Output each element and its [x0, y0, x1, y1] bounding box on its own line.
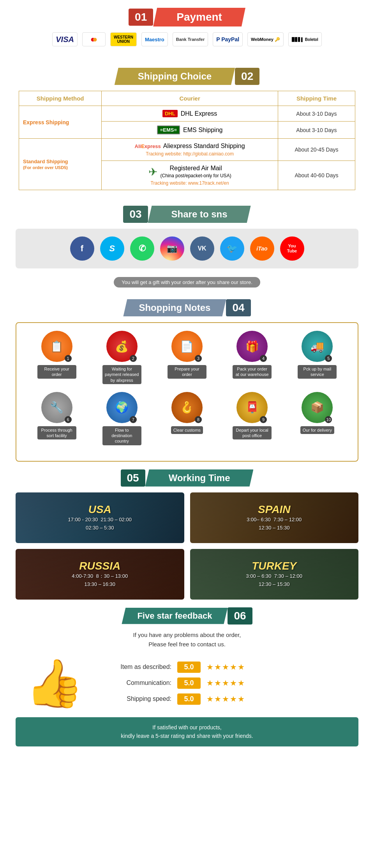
- payment-title: Payment: [153, 8, 245, 26]
- rating-row-comm: Communication: 5.0 ★ ★ ★ ★ ★: [101, 677, 358, 689]
- notes-num: 04: [226, 299, 251, 316]
- ems-name: EMS Shipping: [183, 127, 222, 134]
- section-share: 03 Share to sns f S ✆ 📷 VK 🐦 iTao YouTub…: [0, 206, 374, 291]
- table-row: Express Shipping DHL DHL Express About 3…: [19, 106, 355, 122]
- star-3: ★: [222, 678, 229, 688]
- step-6-num: 6: [65, 416, 72, 423]
- vk-icon[interactable]: VK: [190, 236, 214, 261]
- dhl-time: About 3-10 Days: [278, 106, 355, 122]
- ali-time: About 20-45 Days: [278, 139, 355, 161]
- shipping-header: Shipping Choice 02: [0, 68, 374, 85]
- star-5: ★: [238, 678, 245, 688]
- feedback-num: 06: [228, 607, 252, 625]
- bank-transfer-icon: Bank Transfer: [173, 32, 208, 46]
- step-7-label: Flow to destination country: [102, 426, 141, 445]
- ratings-section: Item as described: 5.0 ★ ★ ★ ★ ★ Communi…: [101, 657, 358, 709]
- star-2: ★: [214, 694, 221, 704]
- step-1-label: Receive your order: [37, 365, 76, 379]
- star-3: ★: [222, 694, 229, 704]
- step-5: 🚚 5 Pck up by mail service: [298, 331, 337, 379]
- thumbs-up-icon: 👍: [16, 660, 94, 706]
- step-1: 📋 1 Receive your order: [37, 331, 76, 379]
- step-8-num: 8: [195, 416, 202, 423]
- star-3: ★: [222, 662, 229, 672]
- western-union-icon: WESTERNUNION: [110, 32, 137, 46]
- airmail-name: Registered Air Mail(China post/epacket-o…: [161, 165, 231, 179]
- dhl-courier: DHL DHL Express: [102, 106, 278, 122]
- step-7: 🌍 7 Flow to destination country: [102, 392, 141, 445]
- skype-icon[interactable]: S: [100, 236, 124, 261]
- russia-country: RUSSIA: [72, 560, 128, 572]
- social-icons: f S ✆ 📷 VK 🐦 iTao YouTube: [16, 229, 358, 268]
- step-7-num: 7: [130, 416, 137, 423]
- payment-icons-row: VISA ●● WESTERNUNION Maestro Bank Transf…: [0, 32, 374, 46]
- maestro-icon: Maestro: [141, 32, 168, 46]
- feedback-header: Five star feedback 06: [16, 607, 358, 625]
- spain-times: 3:00– 6:30 7:30 – 12:0012:30 – 15:30: [247, 516, 302, 532]
- steps-row-2: 🔧 6 Process through sort facility 🌍 7 Fl…: [24, 392, 350, 445]
- step-2-icon: 💰 2: [106, 331, 138, 362]
- star-2: ★: [214, 678, 221, 688]
- notes-title: Shopping Notes: [123, 299, 226, 316]
- rating-stars-shipping: ★ ★ ★ ★ ★: [206, 694, 245, 704]
- step-10-label: Our for delivery: [300, 426, 334, 434]
- share-header: 03 Share to sns: [0, 206, 374, 223]
- rating-score-item: 5.0: [177, 662, 201, 673]
- twitter-icon[interactable]: 🐦: [220, 236, 244, 261]
- dhl-logo: DHL: [162, 110, 178, 117]
- step-4-num: 4: [260, 355, 267, 362]
- airmail-tracking: Tracking website: www.17track.net/en: [151, 180, 229, 186]
- step-7-icon: 🌍 7: [106, 392, 138, 423]
- table-row: Standard Shipping(For order over USD5) A…: [19, 139, 355, 161]
- feedback-bottom-line1: If satisfied with our products,: [152, 724, 221, 730]
- section-working-time: 05 Working Time USA 17:00 - 20:30 21:30 …: [16, 469, 358, 600]
- star-1: ★: [206, 662, 213, 672]
- step-1-icon: 📋 1: [41, 331, 72, 362]
- shipping-title: Shipping Choice: [115, 68, 235, 85]
- spain-country: SPAIN: [247, 503, 302, 516]
- step-6-label: Process through sort facility: [37, 426, 76, 440]
- step-9-label: Depart your local post office: [233, 426, 272, 440]
- feedback-main: 👍 Item as described: 5.0 ★ ★ ★ ★ ★ Commu…: [16, 657, 358, 709]
- star-1: ★: [206, 678, 213, 688]
- feedback-line2: Please feel free to contact us.: [148, 641, 226, 647]
- rating-stars-item: ★ ★ ★ ★ ★: [206, 662, 245, 672]
- usa-card: USA 17:00 - 20:30 21:30 – 02:0002:30 – 5…: [16, 492, 184, 543]
- rating-row-item: Item as described: 5.0 ★ ★ ★ ★ ★: [101, 662, 358, 673]
- working-title: Working Time: [145, 469, 254, 487]
- rating-label-item: Item as described:: [101, 663, 171, 670]
- usa-country: USA: [68, 503, 132, 516]
- section-payment: 01 Payment VISA ●● WESTERNUNION Maestro …: [0, 0, 374, 56]
- standard-method: Standard Shipping(For order over USD5): [19, 139, 102, 190]
- step-5-icon: 🚚 5: [302, 331, 333, 362]
- youtube-icon[interactable]: YouTube: [280, 236, 304, 261]
- itao-icon[interactable]: iTao: [250, 236, 274, 261]
- whatsapp-icon[interactable]: ✆: [130, 236, 154, 261]
- step-10: 📦 10 Our for delivery: [298, 392, 337, 434]
- col-header-courier: Courier: [102, 91, 278, 106]
- turkey-times: 3:00 – 6:30 7:30 – 12:0012:30 – 15:30: [246, 572, 302, 589]
- step-4-label: Pack your order at our warehouse: [233, 365, 272, 379]
- section-shopping-notes: Shopping Notes 04 📋 1 Receive your order…: [16, 299, 358, 462]
- shipping-table: Shipping Method Courier Shipping Time Ex…: [19, 91, 355, 190]
- star-2: ★: [214, 662, 221, 672]
- russia-card: RUSSIA 4:00-7:30 8：30 – 13:0013:30 – 16:…: [16, 549, 184, 600]
- turkey-country: TURKEY: [246, 560, 302, 572]
- visa-icon: VISA: [52, 32, 78, 46]
- feedback-line1: If you have any problems about the order…: [133, 632, 241, 638]
- dhl-name: DHL Express: [181, 110, 217, 117]
- ems-time: About 3-10 Days: [278, 122, 355, 139]
- russia-content: RUSSIA 4:00-7:30 8：30 – 13:0013:30 – 16:…: [72, 560, 128, 589]
- facebook-icon[interactable]: f: [70, 236, 94, 261]
- feedback-bottom: If satisfied with our products, kindly l…: [16, 717, 358, 746]
- webmoney-icon: WebMoney 🔑: [247, 32, 284, 46]
- instagram-icon[interactable]: 📷: [160, 236, 184, 261]
- steps-row-1: 📋 1 Receive your order 💰 2 Waiting for p…: [24, 331, 350, 384]
- step-3-num: 3: [195, 355, 202, 362]
- step-8-label: Clear customs: [171, 426, 203, 434]
- boletol-icon: ▉▊▋▌ Boletol: [288, 32, 322, 46]
- step-3-icon: 📄 3: [171, 331, 203, 362]
- step-9-num: 9: [260, 416, 267, 423]
- airmail-logo: ✈: [148, 166, 157, 178]
- step-6-icon: 🔧 6: [41, 392, 72, 423]
